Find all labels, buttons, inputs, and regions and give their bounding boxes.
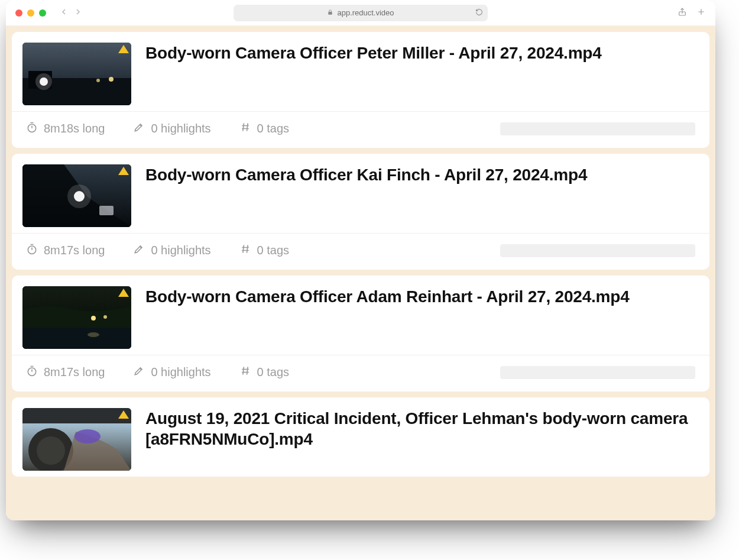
highlights-meta: 0 highlights bbox=[133, 365, 210, 380]
duration-meta: 8m17s long bbox=[26, 365, 105, 380]
svg-point-22 bbox=[28, 246, 35, 254]
new-tab-icon[interactable] bbox=[696, 7, 706, 19]
tags-meta: 0 tags bbox=[239, 365, 289, 380]
stopwatch-icon bbox=[26, 121, 38, 136]
svg-rect-21 bbox=[99, 206, 114, 215]
hash-icon bbox=[239, 365, 251, 380]
svg-point-44 bbox=[37, 436, 65, 465]
refresh-button[interactable] bbox=[475, 8, 483, 18]
svg-point-45 bbox=[74, 429, 101, 444]
duration-meta: 8m17s long bbox=[26, 243, 105, 258]
titlebar: app.reduct.video bbox=[6, 0, 715, 26]
svg-line-28 bbox=[247, 245, 248, 253]
forward-button[interactable] bbox=[73, 7, 83, 19]
svg-rect-42 bbox=[22, 408, 131, 423]
svg-line-16 bbox=[242, 123, 244, 131]
video-list: Body-worn Camera Officer Peter Miller - … bbox=[6, 26, 715, 520]
video-meta-row: 8m17s long 0 highlights 0 tags bbox=[12, 233, 709, 270]
video-meta-row: 8m18s long 0 highlights 0 tags bbox=[12, 111, 709, 148]
progress-bar bbox=[500, 244, 695, 257]
duration-meta: 8m18s long bbox=[26, 121, 105, 136]
video-thumbnail[interactable] bbox=[22, 164, 131, 227]
video-card[interactable]: August 19, 2021 Critical Incident, Offic… bbox=[12, 397, 709, 477]
warning-badge-icon bbox=[118, 410, 129, 419]
video-thumbnail[interactable] bbox=[22, 408, 131, 471]
video-title: Body-worn Camera Officer Peter Miller - … bbox=[145, 43, 602, 63]
hash-icon bbox=[239, 121, 251, 136]
hash-icon bbox=[239, 243, 251, 258]
svg-rect-30 bbox=[22, 328, 131, 349]
progress-bar bbox=[500, 366, 695, 379]
highlighter-icon bbox=[133, 121, 145, 136]
svg-rect-0 bbox=[329, 12, 332, 15]
warning-badge-icon bbox=[118, 45, 129, 53]
video-card[interactable]: Body-worn Camera Officer Adam Reinhart -… bbox=[12, 276, 709, 391]
tags-meta: 0 tags bbox=[239, 243, 289, 258]
share-icon[interactable] bbox=[678, 7, 687, 19]
svg-line-27 bbox=[242, 245, 244, 253]
highlighter-icon bbox=[133, 243, 145, 258]
video-title: August 19, 2021 Critical Incident, Offic… bbox=[145, 408, 699, 449]
svg-line-40 bbox=[247, 367, 248, 374]
browser-window: app.reduct.video bbox=[6, 0, 715, 520]
video-title: Body-worn Camera Officer Adam Reinhart -… bbox=[145, 286, 630, 307]
svg-line-39 bbox=[242, 367, 244, 374]
warning-badge-icon bbox=[118, 289, 129, 297]
stopwatch-icon bbox=[26, 365, 38, 380]
svg-point-31 bbox=[91, 316, 96, 321]
video-thumbnail[interactable] bbox=[22, 43, 131, 105]
address-bar[interactable]: app.reduct.video bbox=[234, 5, 488, 21]
highlights-meta: 0 highlights bbox=[133, 121, 210, 136]
svg-point-9 bbox=[109, 77, 114, 82]
maximize-window-button[interactable] bbox=[39, 9, 46, 17]
lock-icon bbox=[327, 8, 333, 17]
highlighter-icon bbox=[133, 365, 145, 380]
progress-bar bbox=[500, 122, 695, 135]
stopwatch-icon bbox=[26, 243, 38, 258]
nav-arrows bbox=[59, 7, 83, 19]
svg-line-17 bbox=[247, 123, 248, 131]
warning-badge-icon bbox=[118, 167, 129, 175]
window-controls bbox=[15, 9, 46, 17]
svg-point-10 bbox=[96, 79, 100, 82]
tags-meta: 0 tags bbox=[239, 121, 289, 136]
svg-point-8 bbox=[35, 73, 52, 90]
video-card[interactable]: Body-worn Camera Officer Peter Miller - … bbox=[12, 32, 709, 148]
toolbar-right bbox=[678, 7, 706, 19]
video-meta-row: 8m17s long 0 highlights 0 tags bbox=[12, 355, 709, 391]
url-text: app.reduct.video bbox=[337, 8, 394, 17]
svg-point-20 bbox=[67, 184, 91, 208]
video-title: Body-worn Camera Officer Kai Finch - Apr… bbox=[145, 164, 587, 185]
svg-point-33 bbox=[87, 332, 99, 337]
back-button[interactable] bbox=[59, 7, 69, 19]
video-card[interactable]: Body-worn Camera Officer Kai Finch - Apr… bbox=[12, 154, 709, 270]
svg-point-32 bbox=[103, 315, 107, 319]
video-thumbnail[interactable] bbox=[22, 286, 131, 349]
close-window-button[interactable] bbox=[15, 9, 22, 17]
minimize-window-button[interactable] bbox=[27, 9, 34, 17]
highlights-meta: 0 highlights bbox=[133, 243, 210, 258]
